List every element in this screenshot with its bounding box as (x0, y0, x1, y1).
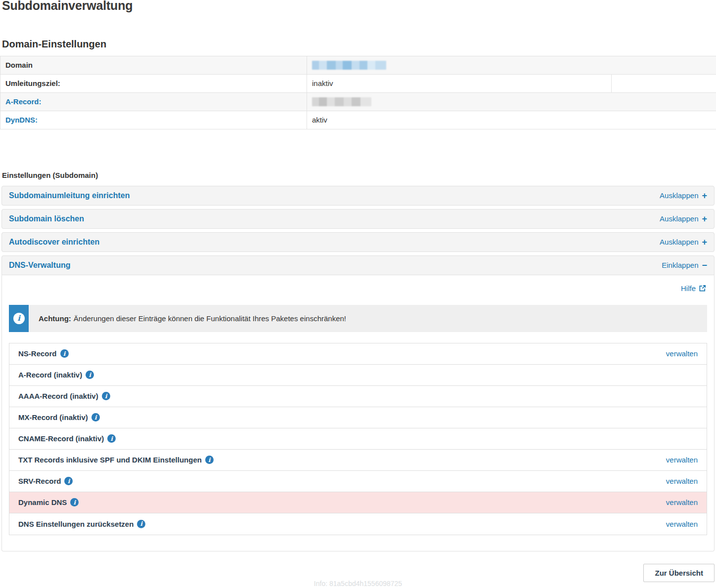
table-row-redirect-target: Umleitungsziel: inaktiv (0, 74, 716, 92)
toggle-label: Einklappen (662, 261, 698, 269)
table-row-domain: Domain (0, 56, 716, 74)
accordion-header-subdomain-redirect[interactable]: Subdomainumleitung einrichten Ausklappen… (1, 186, 715, 206)
alert-text: Änderungen dieser Einträge können die Fu… (74, 314, 346, 323)
dyndns-value: aktiv (307, 111, 716, 129)
expand-toggle[interactable]: Ausklappen + (660, 214, 707, 223)
a-record-link[interactable]: A-Record: (5, 97, 42, 106)
warning-alert: i Achtung:Änderungen dieser Einträge kön… (9, 305, 707, 332)
info-icon[interactable]: i (205, 456, 214, 464)
toggle-label: Ausklappen (660, 191, 698, 200)
a-record-value-cell (307, 92, 716, 111)
collapse-toggle[interactable]: Einklappen − (662, 261, 707, 270)
manage-link[interactable]: verwalten (666, 520, 698, 528)
domain-settings-heading: Domain-Einstellungen (2, 39, 716, 50)
domain-settings-table: Domain Umleitungsziel: inaktiv A-Record:… (0, 56, 716, 129)
redacted-domain-value (312, 61, 386, 70)
record-label: Dynamic DNS (18, 498, 67, 506)
dns-row-txt-records: TXT Records inklusive SPF und DKIM Einst… (9, 450, 707, 471)
accordion-header-delete-subdomain[interactable]: Subdomain löschen Ausklappen + (1, 209, 715, 229)
record-label: MX-Record (inaktiv) (18, 413, 88, 421)
manage-link[interactable]: verwalten (666, 498, 698, 506)
accordion-item-delete-subdomain: Subdomain löschen Ausklappen + (1, 209, 715, 229)
info-icon[interactable]: i (102, 392, 110, 400)
table-row-a-record: A-Record: (0, 92, 716, 111)
dns-row-reset-dns: DNS Einstellungen zurücksetzen i verwalt… (9, 513, 707, 535)
external-link-icon (699, 285, 706, 292)
info-icon: i (13, 313, 25, 324)
manage-link[interactable]: verwalten (666, 477, 698, 485)
accordion-title-subdomain-redirect[interactable]: Subdomainumleitung einrichten (9, 191, 130, 200)
page-title: Subdomainverwaltung (2, 0, 716, 13)
dns-row-a-record: A-Record (inaktiv) i (9, 365, 707, 386)
accordion-title-delete-subdomain[interactable]: Subdomain löschen (9, 214, 84, 223)
help-label: Hilfe (681, 284, 696, 293)
info-icon[interactable]: i (70, 498, 79, 506)
dns-row-srv-record: SRV-Record i verwalten (9, 471, 707, 492)
expand-toggle[interactable]: Ausklappen + (660, 191, 707, 200)
record-label: CNAME-Record (inaktiv) (18, 434, 104, 443)
help-link[interactable]: Hilfe (681, 284, 706, 293)
info-icon[interactable]: i (137, 520, 145, 528)
info-icon[interactable]: i (107, 434, 116, 443)
toggle-label: Ausklappen (660, 238, 698, 246)
settings-accordion: Subdomainumleitung einrichten Ausklappen… (1, 186, 715, 551)
redacted-a-record-value (312, 97, 371, 106)
alert-icon-box: i (9, 305, 29, 332)
accordion-header-autodiscover[interactable]: Autodiscover einrichten Ausklappen + (1, 232, 715, 252)
plus-icon: + (702, 191, 707, 200)
expand-toggle[interactable]: Ausklappen + (660, 238, 707, 247)
dns-row-mx-record: MX-Record (inaktiv) i (9, 407, 707, 428)
plus-icon: + (702, 238, 707, 247)
info-icon[interactable]: i (86, 371, 94, 379)
empty-cell (612, 74, 716, 92)
dyndns-link[interactable]: DynDNS: (5, 116, 38, 124)
accordion-item-autodiscover: Autodiscover einrichten Ausklappen + (1, 232, 715, 252)
footer-info: Info: 81a5cbd4h1556098725 (0, 580, 716, 588)
info-icon[interactable]: i (64, 477, 73, 485)
redirect-target-label: Umleitungsziel: (0, 74, 307, 92)
redirect-target-value: inaktiv (307, 74, 612, 92)
record-label: AAAA-Record (inaktiv) (18, 392, 98, 400)
manage-link[interactable]: verwalten (666, 456, 698, 464)
dns-row-cname-record: CNAME-Record (inaktiv) i (9, 428, 707, 450)
minus-icon: − (702, 261, 707, 270)
subdomain-settings-heading: Einstellungen (Subdomain) (2, 171, 716, 179)
dns-row-dynamic-dns: Dynamic DNS i verwalten (9, 492, 707, 513)
dns-row-aaaa-record: AAAA-Record (inaktiv) i (9, 386, 707, 407)
accordion-title-dns-management[interactable]: DNS-Verwaltung (9, 261, 70, 270)
alert-prefix: Achtung: (39, 314, 71, 323)
dns-row-ns-record: NS-Record i verwalten (9, 343, 707, 365)
record-label: TXT Records inklusive SPF und DKIM Einst… (18, 456, 202, 464)
record-label: SRV-Record (18, 477, 61, 485)
info-icon[interactable]: i (60, 349, 69, 358)
dns-management-panel: Hilfe i Achtung:Änderun (1, 275, 715, 551)
table-row-dyndns: DynDNS: aktiv (0, 111, 716, 129)
accordion-item-subdomain-redirect: Subdomainumleitung einrichten Ausklappen… (1, 186, 715, 206)
dns-record-list: NS-Record i verwalten A-Record (inaktiv)… (9, 343, 707, 535)
record-label: A-Record (inaktiv) (18, 371, 82, 379)
record-label: NS-Record (18, 349, 57, 358)
help-row: Hilfe (9, 282, 707, 294)
manage-link[interactable]: verwalten (666, 349, 698, 358)
domain-label: Domain (0, 56, 307, 74)
toggle-label: Ausklappen (660, 214, 698, 223)
subdomain-management-page: Subdomainverwaltung Domain-Einstellungen… (0, 0, 716, 588)
record-label: DNS Einstellungen zurücksetzen (18, 520, 134, 528)
info-icon[interactable]: i (91, 413, 100, 421)
accordion-title-autodiscover[interactable]: Autodiscover einrichten (9, 238, 99, 247)
alert-message: Achtung:Änderungen dieser Einträge könne… (29, 305, 707, 332)
accordion-header-dns-management[interactable]: DNS-Verwaltung Einklappen − (1, 255, 715, 275)
accordion-item-dns-management: DNS-Verwaltung Einklappen − Hilfe (1, 255, 715, 551)
button-row: Zur Übersicht (0, 564, 715, 582)
domain-value-cell (307, 56, 716, 74)
overview-button[interactable]: Zur Übersicht (643, 564, 715, 582)
plus-icon: + (702, 214, 707, 223)
